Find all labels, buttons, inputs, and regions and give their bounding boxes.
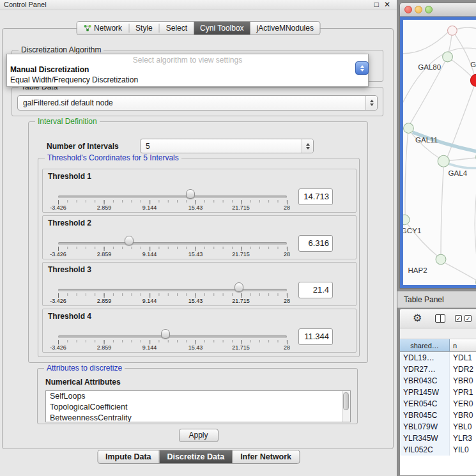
tab-cyni-toolbox-label: Cyni Toolbox <box>200 24 243 33</box>
table-row[interactable]: YBR043CYBR0 <box>400 375 476 387</box>
cell-shared-name[interactable]: YLR345W <box>400 433 450 444</box>
threshold-3-slider-thumb[interactable] <box>234 282 243 292</box>
cell-shared-name[interactable]: YER054C <box>400 398 450 410</box>
threshold-3-slider-track[interactable] <box>58 289 287 291</box>
checkbox-icon[interactable]: ✓ <box>464 315 472 322</box>
network-node[interactable] <box>448 26 457 35</box>
table-row[interactable]: YLR345WYLR3 <box>400 433 476 444</box>
table-data-combo[interactable]: galFiltered.sif default node <box>17 95 378 111</box>
checkbox-icon[interactable]: ✓ <box>455 315 462 322</box>
threshold-2-value-field[interactable]: 6.316 <box>298 235 333 252</box>
table-row[interactable]: YBR045CYBR0 <box>400 410 476 421</box>
cell-name[interactable]: YBR0 <box>450 410 476 421</box>
tab-discretize-data-label: Discretize Data <box>167 452 225 461</box>
tab-cyni-toolbox[interactable]: Cyni Toolbox <box>194 22 250 35</box>
number-of-intervals-combo[interactable]: 5 <box>140 139 314 153</box>
list-scrollbar-thumb[interactable] <box>343 392 349 410</box>
table-row[interactable]: YER054CYER0 <box>400 398 476 410</box>
column-header-name[interactable]: n <box>450 339 476 352</box>
threshold-1-slider-thumb[interactable] <box>186 189 195 199</box>
scale-label: 15.43 <box>188 204 203 211</box>
table-row[interactable]: YPR145WYPR1 <box>400 387 476 398</box>
threshold-2-slider-track[interactable] <box>58 242 287 245</box>
minimize-traffic-light[interactable] <box>415 6 422 13</box>
table-data-combo-stepper[interactable] <box>365 96 377 110</box>
stepper-up-icon <box>306 143 310 146</box>
cell-shared-name[interactable]: YDL19… <box>400 352 450 364</box>
tab-style[interactable]: Style <box>129 22 159 35</box>
number-of-intervals-stepper[interactable] <box>302 139 313 153</box>
right-region: GAL80 GA GAL11 GAL4 GCY1 HAP2 Table Pane… <box>397 0 476 476</box>
apply-button[interactable]: Apply <box>179 429 219 442</box>
threshold-3-label: Threshold 3 <box>48 265 91 274</box>
cell-shared-name[interactable]: YBR045C <box>400 410 450 421</box>
algorithm-combo-stepper[interactable] <box>355 61 369 75</box>
threshold-3-value-field[interactable]: 21.4 <box>298 282 333 298</box>
cell-name[interactable]: YLR3 <box>450 433 476 444</box>
network-node-gal4[interactable] <box>438 155 449 167</box>
list-item[interactable]: TopologicalCoefficient <box>46 402 350 413</box>
threshold-4-panel: Threshold 4 -3.426 2.859 9.144 15.43 21.… <box>42 309 357 353</box>
network-window-titlebar[interactable] <box>400 3 476 17</box>
list-scrollbar[interactable] <box>342 391 350 422</box>
cell-name[interactable]: YIL0 <box>450 444 476 456</box>
close-window-icon[interactable]: ✕ <box>384 0 390 9</box>
tab-impute-data[interactable]: Impute Data <box>98 450 159 463</box>
cell-name[interactable]: YBL0 <box>450 421 476 433</box>
cell-name[interactable]: YPR1 <box>450 387 476 398</box>
threshold-1-slider-track[interactable] <box>58 196 287 198</box>
zoom-traffic-light[interactable] <box>425 6 433 13</box>
threshold-1-value-field[interactable]: 14.713 <box>298 188 333 205</box>
threshold-4-slider-thumb[interactable] <box>161 329 170 339</box>
float-window-icon[interactable]: □ <box>374 0 379 9</box>
threshold-2-label: Threshold 2 <box>48 219 91 227</box>
scale-label: 9.144 <box>142 298 157 304</box>
cell-shared-name[interactable]: YBR043C <box>400 375 450 387</box>
close-traffic-light[interactable] <box>404 6 412 13</box>
network-node-gal11[interactable] <box>404 123 414 134</box>
tab-network[interactable]: Network <box>77 22 128 35</box>
tab-jactivemnodules[interactable]: jActiveMNodules <box>250 22 320 35</box>
scale-label: 28 <box>284 204 290 211</box>
cell-shared-name[interactable]: YDR27… <box>400 364 450 375</box>
network-canvas[interactable]: GAL80 GA GAL11 GAL4 GCY1 HAP2 <box>400 17 476 288</box>
network-node-gal80[interactable] <box>443 52 453 62</box>
table-row[interactable]: YBL079WYBL0 <box>400 421 476 433</box>
scale-label: -3.426 <box>50 298 66 304</box>
threshold-1-label: Threshold 1 <box>48 172 91 181</box>
scale-label: 28 <box>284 344 290 351</box>
cell-name[interactable]: YDL1 <box>450 352 476 364</box>
scale-label: 2.859 <box>97 298 112 304</box>
cell-name[interactable]: YDR2 <box>450 364 476 375</box>
cell-name[interactable]: YBR0 <box>450 375 476 387</box>
network-node-hap2[interactable] <box>436 254 446 265</box>
tab-discretize-data[interactable]: Discretize Data <box>159 450 233 463</box>
table-row[interactable]: YDL19…YDL1 <box>400 352 476 364</box>
tab-select[interactable]: Select <box>160 22 194 35</box>
algorithm-option-equal-width[interactable]: Equal Width/Frequency Discretization <box>10 75 138 84</box>
threshold-2-slider-thumb[interactable] <box>125 236 134 245</box>
tab-infer-network[interactable]: Infer Network <box>232 450 299 463</box>
scale-label: 2.859 <box>97 344 112 351</box>
algorithm-option-manual[interactable]: Manual Discretization <box>10 65 89 74</box>
scale-label: 21.715 <box>232 204 250 211</box>
list-item[interactable]: BetweennessCentrality <box>46 413 350 422</box>
gear-icon[interactable]: ⚙ <box>413 312 422 324</box>
cell-name[interactable]: YER0 <box>450 398 476 410</box>
threshold-4-slider-track[interactable] <box>58 335 287 338</box>
cell-shared-name[interactable]: YIL052C <box>400 444 450 456</box>
threshold-4-value-field[interactable]: 11.344 <box>298 328 333 345</box>
discretization-algorithm-group-title: Discretization Algorithm <box>19 45 104 54</box>
stepper-down-icon <box>360 69 364 72</box>
column-header-shared-name[interactable]: shared… <box>400 339 450 352</box>
list-item[interactable]: SelfLoops <box>46 391 350 402</box>
table-panel-toolbar: ⚙ ✓ ✓ <box>400 309 476 328</box>
scale-label: 15.43 <box>188 251 203 257</box>
cell-shared-name[interactable]: YBL079W <box>400 421 450 433</box>
table-row[interactable]: YIL052CYIL0 <box>400 444 476 456</box>
scale-label: 28 <box>284 298 290 304</box>
table-columns-icon[interactable] <box>435 314 445 323</box>
cell-shared-name[interactable]: YPR145W <box>400 387 450 398</box>
network-node-gcy1[interactable] <box>403 215 410 225</box>
table-row[interactable]: YDR27…YDR2 <box>400 364 476 375</box>
